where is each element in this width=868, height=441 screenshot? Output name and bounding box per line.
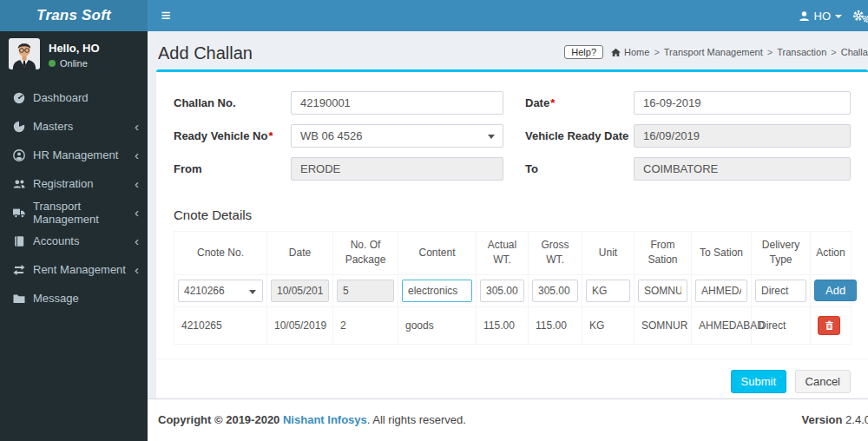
dashboard-icon [13,92,25,104]
sidebar-item-accounts[interactable]: Accounts ‹ [0,227,148,255]
col-no-of-package: No. Of Package [333,232,398,275]
trash-icon [825,320,834,331]
sidebar-item-label: Message [33,292,79,305]
sidebar-item-label: Rent Management [33,263,126,276]
chevron-left-icon: ‹ [135,177,139,190]
breadcrumb-transport-management[interactable]: Transport Management [664,47,763,57]
breadcrumb-separator: > [767,47,773,57]
cnote-details-title: Cnote Details [174,207,851,222]
breadcrumb: Help? Home > Transport Management > Tran… [564,45,868,59]
entry-gross-wt-input[interactable] [532,280,578,302]
user-circle-icon [13,149,25,161]
version-text: Version 2.4.0 [801,413,868,426]
add-cnote-button[interactable]: Add [814,280,857,301]
sidebar-item-rent-management[interactable]: Rent Management ‹ [0,255,148,284]
breadcrumb-label: Home [624,47,649,57]
top-navbar: ≡ HO [148,0,868,31]
cnote-data-row: 4210265 10/05/2019 2 goods 115.00 115.00… [174,306,852,344]
from-input [291,157,503,181]
person-icon [799,10,810,22]
sidebar-item-label: HR Management [33,148,118,161]
user-dropdown-label: HO [814,10,832,23]
col-cnote-no: Cnote No. [174,232,267,275]
col-to-sation: To Sation [692,232,752,275]
cell-to-station: AHMEDABAD [692,306,752,344]
help-button[interactable]: Help? [564,45,603,59]
navbar-right: HO [788,0,868,31]
truck-icon [13,207,25,219]
breadcrumb-home[interactable]: Home [611,47,649,57]
sidebar-menu: Dashboard Masters ‹ HR Management ‹ Regi… [0,78,148,313]
sidebar-item-masters[interactable]: Masters ‹ [0,112,148,141]
cell-packages: 2 [333,306,398,344]
select-caret-icon [488,135,495,139]
entry-unit-input[interactable] [586,280,630,302]
entry-actual-wt-input[interactable] [480,280,524,302]
sidebar-item-registration[interactable]: Registration ‹ [0,169,148,198]
chevron-left-icon: ‹ [135,234,139,247]
chevron-left-icon: ‹ [135,263,139,276]
entry-from-station-input[interactable] [638,280,687,302]
from-label: From [174,162,291,175]
cogs-icon[interactable] [852,0,868,31]
col-delivery-type: Delivery Type [752,232,811,275]
vehicle-ready-date-input [634,124,851,148]
content-area: Add Challan Help? Home > Transport Manag… [148,31,868,398]
chevron-left-icon: ‹ [135,148,139,161]
user-greeting: Hello, HO [49,42,100,55]
entry-content-input[interactable] [402,280,472,302]
sidebar-item-label: Masters [33,120,73,133]
sidebar-item-message[interactable]: Message [0,284,148,313]
users-icon [13,178,25,190]
breadcrumb-separator: > [831,47,836,57]
entry-to-station-input[interactable] [695,280,747,302]
sidebar-item-label: Dashboard [33,91,89,104]
required-asterisk: * [550,96,555,109]
required-asterisk: * [268,129,273,142]
ready-vehicle-select-value: WB 06 4526 [300,129,363,142]
cnote-no-select[interactable]: 4210266 [178,280,263,302]
app-logo[interactable]: Trans Soft [0,0,148,31]
online-label: Online [60,58,88,69]
date-input[interactable] [634,91,851,115]
pie-chart-icon [13,121,25,133]
breadcrumb-separator: > [654,47,659,57]
exchange-icon [13,264,25,276]
sidebar-item-label: Accounts [33,234,79,247]
folder-icon [13,293,25,305]
entry-packages-input [337,280,394,302]
col-from-sation: From Sation [635,232,692,275]
col-actual-wt: Actual WT. [477,232,529,275]
company-link[interactable]: Nishant Infosys [283,413,367,426]
breadcrumb-transaction[interactable]: Transaction [777,47,826,57]
breadcrumb-challan: Challan [841,47,868,57]
cell-delivery-type: Direct [752,306,811,344]
page-footer: Copyright © 2019-2020 Nishant Infosys. A… [148,398,868,441]
select-caret-icon [249,290,256,294]
date-label: Date* [525,96,634,109]
col-unit: Unit [582,232,635,275]
user-dropdown[interactable]: HO [788,0,853,31]
hamburger-icon[interactable]: ≡ [148,0,184,31]
sidebar-item-dashboard[interactable]: Dashboard [0,83,148,112]
col-action: Action [811,232,852,275]
ready-vehicle-select[interactable]: WB 06 4526 [291,124,503,148]
sidebar-user-panel: Hello, HO Online [0,31,148,78]
copyright-text: Copyright © 2019-2020 Nishant Infosys. A… [158,413,466,426]
caret-down-icon [835,15,842,18]
to-input [634,157,851,181]
avatar [9,38,40,69]
cell-unit: KG [582,306,635,344]
sidebar-item-hr-management[interactable]: HR Management ‹ [0,141,148,169]
entry-delivery-type-input[interactable] [755,280,806,302]
cancel-button[interactable]: Cancel [795,370,851,393]
cnote-header-row: Cnote No. Date No. Of Package Content Ac… [174,232,852,275]
submit-button[interactable]: Submit [731,370,786,393]
sidebar-item-transport-management[interactable]: Transport Management ‹ [0,198,148,227]
col-gross-wt: Gross WT. [529,232,582,275]
col-date: Date [267,232,333,275]
app-root: { "app": { "logo": "Trans Soft" }, "topn… [0,0,868,441]
challan-no-input[interactable] [291,91,503,115]
entry-date-input [271,280,329,302]
delete-cnote-button[interactable] [818,316,840,335]
